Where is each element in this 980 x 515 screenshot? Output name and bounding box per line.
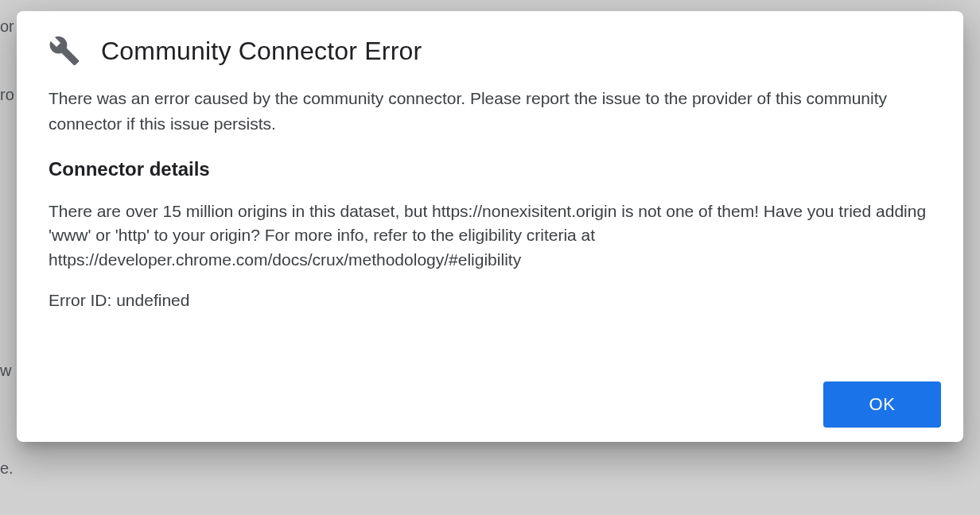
dialog-footer: OK xyxy=(17,310,963,442)
error-message: There was an error caused by the communi… xyxy=(49,86,931,136)
error-id-label: Error ID: undefined xyxy=(49,291,931,310)
connector-details-text: There are over 15 million origins in thi… xyxy=(49,199,931,272)
wrench-icon xyxy=(49,35,80,67)
modal-overlay: Community Connector Error There was an e… xyxy=(0,0,980,515)
dialog-header: Community Connector Error xyxy=(17,11,963,76)
error-dialog: Community Connector Error There was an e… xyxy=(17,11,963,442)
ok-button[interactable]: OK xyxy=(823,381,941,428)
dialog-title: Community Connector Error xyxy=(101,37,422,66)
connector-details-heading: Connector details xyxy=(49,158,931,180)
dialog-body: There was an error caused by the communi… xyxy=(17,76,963,310)
